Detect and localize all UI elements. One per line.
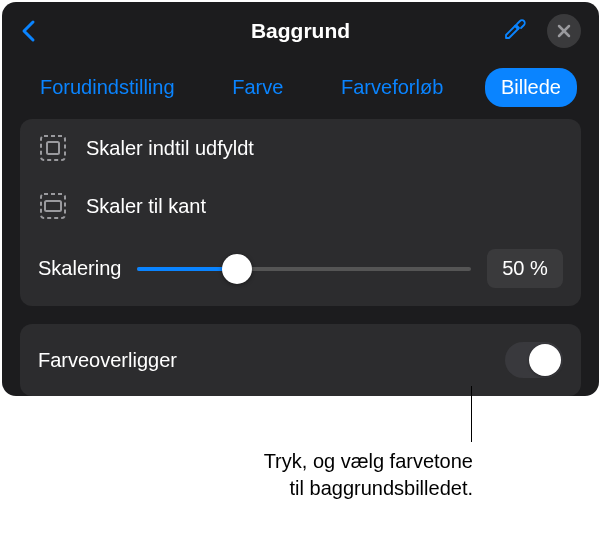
scale-slider-label: Skalering — [38, 257, 121, 280]
tab-gradient[interactable]: Farveforløb — [325, 68, 459, 107]
background-panel: Baggrund Forudindstilling Farve Farvefor… — [2, 2, 599, 396]
eyedropper-button[interactable] — [503, 17, 527, 45]
callout-leader-line — [471, 386, 472, 442]
close-icon — [556, 23, 572, 39]
overlay-section: Farveoverligger — [20, 324, 581, 396]
option-scale-fit[interactable]: Skaler til kant — [20, 177, 581, 235]
slider-thumb[interactable] — [222, 254, 252, 284]
scale-fill-label: Skaler indtil udfyldt — [86, 137, 254, 160]
scale-value[interactable]: 50 % — [487, 249, 563, 288]
tab-image[interactable]: Billede — [485, 68, 577, 107]
scale-fit-label: Skaler til kant — [86, 195, 206, 218]
scale-slider[interactable] — [137, 267, 471, 271]
scale-fit-icon — [38, 191, 68, 221]
svg-rect-3 — [47, 142, 59, 154]
tab-bar: Forudindstilling Farve Farveforløb Bille… — [2, 56, 599, 119]
option-scale-fill[interactable]: Skaler indtil udfyldt — [20, 119, 581, 177]
scale-fill-icon — [38, 133, 68, 163]
scale-slider-row: Skalering 50 % — [20, 235, 581, 306]
tab-color[interactable]: Farve — [216, 68, 299, 107]
color-overlay-toggle[interactable] — [505, 342, 563, 378]
color-overlay-row: Farveoverligger — [20, 324, 581, 396]
eyedropper-icon — [503, 17, 527, 41]
svg-rect-2 — [41, 136, 65, 160]
scale-section: Skaler indtil udfyldt Skaler til kant Sk… — [20, 119, 581, 306]
chevron-left-icon — [20, 19, 38, 43]
svg-rect-5 — [45, 201, 61, 211]
callout-text: Tryk, og vælg farvetone til baggrundsbil… — [173, 448, 473, 502]
panel-header: Baggrund — [2, 2, 599, 56]
toggle-knob — [529, 344, 561, 376]
close-button[interactable] — [547, 14, 581, 48]
back-button[interactable] — [20, 19, 60, 43]
tab-preset[interactable]: Forudindstilling — [24, 68, 191, 107]
panel-title: Baggrund — [251, 19, 350, 43]
color-overlay-label: Farveoverligger — [38, 349, 177, 372]
